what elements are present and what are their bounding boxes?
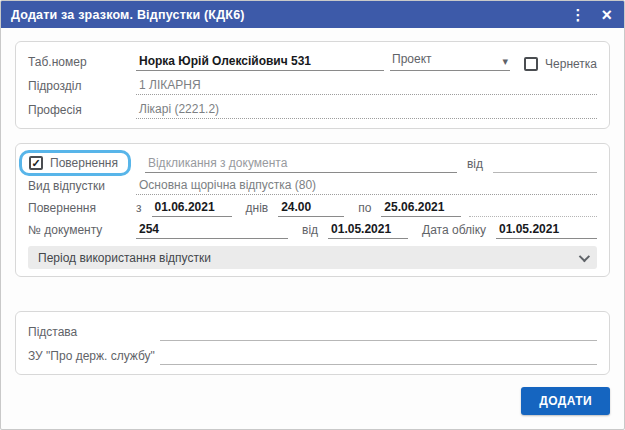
- dialog-title: Додати за зразком. Відпустки (КДК6): [11, 8, 245, 22]
- document-row: № документу 254 від 01.05.2021 Дата облі…: [28, 219, 597, 241]
- law-input[interactable]: [160, 349, 597, 365]
- days-label: днів: [246, 201, 269, 217]
- employee-card: Таб.номер Норка Юрій Олексійович 531 Про…: [15, 41, 610, 129]
- date-to-input[interactable]: 25.06.2021: [381, 200, 461, 217]
- doc-date-input[interactable]: 01.05.2021: [328, 222, 408, 239]
- vacation-type-value: Основна щорічна відпустка (80): [136, 178, 597, 195]
- tab-number-label: Таб.номер: [28, 55, 136, 71]
- tab-number-row: Таб.номер Норка Юрій Олексійович 531 Про…: [28, 49, 597, 73]
- dialog-titlebar: Додати за зразком. Відпустки (КДК6) ⋮ ×: [1, 1, 624, 28]
- recall-document-input[interactable]: Відкликання з документа: [145, 156, 457, 173]
- profession-row: Професія Лікарі (2221.2): [28, 97, 597, 121]
- profession-label: Професія: [28, 103, 136, 119]
- vacation-card: ✓ Повернення Відкликання з документа від…: [15, 143, 610, 277]
- accounting-date-input[interactable]: 01.05.2021: [496, 222, 597, 239]
- recall-from-date-input[interactable]: [493, 157, 597, 173]
- dialog-footer: ДОДАТИ: [15, 387, 610, 417]
- basis-row: Підстава: [28, 319, 597, 343]
- draft-checkbox[interactable]: Чернетка: [524, 57, 597, 71]
- close-icon[interactable]: ×: [601, 6, 612, 24]
- tab-number-input[interactable]: Норка Юрій Олексійович 531: [136, 54, 384, 71]
- return-dates-row: Повернення з 01.06.2021 днів 24.00 по 25…: [28, 197, 597, 219]
- add-button[interactable]: ДОДАТИ: [521, 387, 610, 415]
- department-row: Підрозділ 1 ЛІКАРНЯ: [28, 73, 597, 97]
- return-checkbox[interactable]: ✓ Повернення: [29, 156, 118, 170]
- kebab-menu-icon[interactable]: ⋮: [570, 7, 585, 22]
- vacation-period-expander-label: Період використання відпустки: [38, 251, 211, 265]
- titlebar-icons: ⋮ ×: [570, 6, 612, 24]
- project-select-value: Проект: [392, 52, 432, 68]
- days-input[interactable]: 24.00: [278, 200, 344, 217]
- dialog-body: Таб.номер Норка Юрій Олексійович 531 Про…: [1, 28, 624, 429]
- law-row: ЗУ "Про держ. службу": [28, 343, 597, 367]
- recall-from-label: від: [467, 157, 483, 173]
- department-label: Підрозділ: [28, 79, 136, 95]
- date-from-input[interactable]: 01.06.2021: [152, 200, 232, 217]
- project-select[interactable]: Проект ▾: [390, 52, 510, 71]
- chevron-down-icon: [579, 250, 590, 261]
- doc-number-input[interactable]: 254: [136, 222, 288, 239]
- doc-number-label: № документу: [28, 223, 136, 239]
- row-filler-line: [469, 203, 597, 217]
- profession-value: Лікарі (2221.2): [136, 102, 597, 119]
- from-short-label: з: [136, 201, 142, 217]
- dropdown-arrow-icon: ▾: [503, 56, 509, 68]
- accounting-date-label: Дата обліку: [422, 223, 486, 239]
- to-label: по: [358, 201, 371, 217]
- vacation-type-row: Вид відпустки Основна щорічна відпустка …: [28, 175, 597, 197]
- add-by-sample-dialog: Додати за зразком. Відпустки (КДК6) ⋮ × …: [0, 0, 625, 430]
- basis-card: Підстава ЗУ "Про держ. службу": [15, 311, 610, 375]
- return-checkbox-box: ✓: [29, 156, 43, 170]
- return-checkbox-label: Повернення: [50, 156, 118, 170]
- law-label: ЗУ "Про держ. службу": [28, 349, 160, 365]
- doc-from-label: від: [302, 223, 318, 239]
- return-checkbox-row: ✓ Повернення Відкликання з документа від: [28, 151, 597, 175]
- return-label: Повернення: [28, 201, 136, 217]
- vacation-type-label: Вид відпустки: [28, 179, 136, 195]
- draft-checkbox-box: [524, 57, 538, 71]
- basis-input[interactable]: [160, 325, 597, 341]
- vacation-period-expander[interactable]: Період використання відпустки: [28, 246, 597, 269]
- return-checkbox-highlight: ✓ Повернення: [19, 150, 131, 176]
- department-value: 1 ЛІКАРНЯ: [136, 78, 597, 95]
- draft-checkbox-label: Чернетка: [545, 57, 597, 71]
- basis-label: Підстава: [28, 325, 160, 341]
